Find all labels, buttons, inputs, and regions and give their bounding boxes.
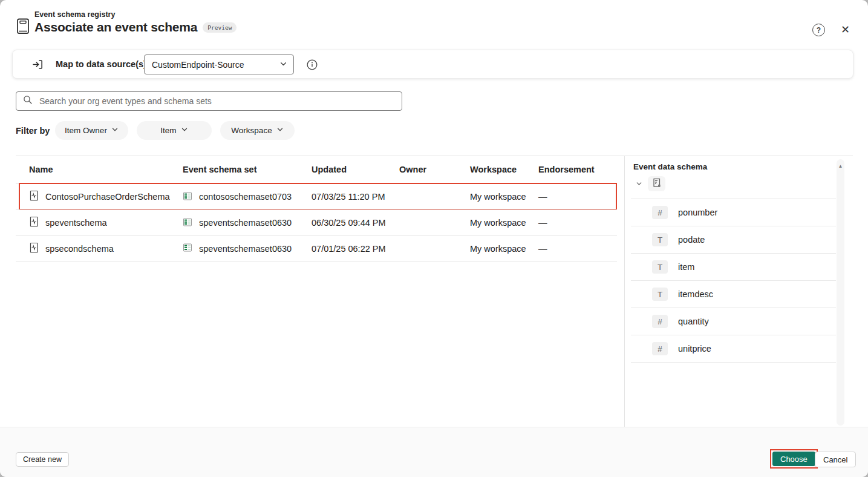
schema-table: Name Event schema set Updated Owner Work… [16,156,617,262]
create-new-button[interactable]: Create new [16,452,69,467]
help-icon[interactable]: ? [812,24,825,36]
field-type-icon: # [652,315,668,328]
chevron-down-icon [279,59,287,70]
filter-chip[interactable]: Workspace [220,121,295,140]
workspace-value: My workspace [470,218,538,228]
filter-chip-label: Item [160,126,176,135]
schema-field-row[interactable]: T itemdesc [631,281,836,308]
map-datasource-card: Map to data source(s)* CustomEndpoint-So… [12,50,853,79]
associate-event-schema-dialog: Event schema registry Associate an event… [0,0,868,477]
chevron-down-icon [181,126,188,135]
schema-document-node[interactable] [648,176,665,191]
filter-chip[interactable]: Item Owner [55,121,128,140]
field-type-icon: T [652,233,668,246]
event-schema-icon [29,242,39,255]
endorsement-value: — [538,244,617,254]
schema-set-name: speventschemaset0630 [199,244,292,254]
field-name: podate [678,235,705,245]
choose-button[interactable]: Choose [772,452,815,466]
table-row[interactable]: ContosoPurchaseOrderSchema [16,183,617,209]
field-name: quantity [678,317,709,326]
table-row[interactable]: speventschema speve [16,209,617,235]
dialog-footer: Create new Choose Cancel [0,427,868,477]
field-name: unitprice [678,344,711,354]
endorsement-value: — [538,218,617,228]
column-header-updated: Updated [312,165,399,174]
chevron-down-icon [276,126,284,135]
column-header-schema-set: Event schema set [183,165,312,174]
schema-field-list: # ponumber T podate T item T itemdesc # … [631,199,836,363]
schema-set-icon [183,191,192,203]
field-type-icon: # [652,342,668,355]
table-row[interactable]: spsecondschema spev [16,235,617,262]
schema-set-icon [183,243,192,254]
close-icon[interactable]: ✕ [837,22,853,36]
datasource-selected-value: CustomEndpoint-Source [152,60,279,70]
schema-field-row[interactable]: # unitprice [631,335,836,363]
schema-field-row[interactable]: # quantity [631,308,836,335]
filter-chip-label: Item Owner [65,126,107,135]
page-title: Associate an event schema [34,20,197,35]
workspace-value: My workspace [470,192,538,202]
info-icon[interactable] [307,59,318,72]
schema-set-name: speventschemaset0630 [199,218,292,228]
map-arrow-icon [31,58,44,73]
preview-badge: Preview [203,22,237,33]
datasource-dropdown[interactable]: CustomEndpoint-Source [144,54,294,74]
field-name: item [678,262,694,272]
field-type-icon: T [652,260,668,274]
field-type-icon: T [652,288,668,301]
filter-chip[interactable]: Item [137,121,212,140]
search-box [16,91,402,111]
choose-annotation-box: Choose [770,449,818,469]
document-icon [653,178,661,190]
field-type-icon: # [652,206,668,219]
table-header: Name Event schema set Updated Owner Work… [16,156,617,183]
scrollbar[interactable]: ▲ [837,159,844,426]
chevron-down-icon[interactable] [636,179,642,189]
column-header-owner: Owner [399,165,470,174]
schema-field-row[interactable]: T item [631,254,836,281]
workspace-value: My workspace [470,244,538,254]
panel-divider [624,156,625,427]
chevron-down-icon [111,126,119,135]
scroll-up-icon[interactable]: ▲ [837,159,844,169]
event-schema-icon [29,190,39,203]
dialog-eyebrow: Event schema registry [34,10,115,19]
updated-value: 07/01/25 06:22 PM [312,244,399,254]
filter-chips: Item Owner Item Workspace [55,121,295,140]
event-data-schema-title: Event data schema [633,162,707,171]
schema-name: ContosoPurchaseOrderSchema [45,192,170,202]
schema-name: spsecondschema [45,244,114,254]
column-header-name: Name [29,165,183,174]
schema-set-icon [183,217,192,229]
search-icon [23,95,33,107]
map-datasource-label: Map to data source(s)* [56,59,152,69]
column-header-workspace: Workspace [470,165,538,174]
updated-value: 07/03/25 11:20 PM [312,192,399,202]
schema-field-row[interactable]: T podate [631,226,836,254]
endorsement-value: — [538,192,617,202]
schema-set-name: contososchemaset0703 [199,192,292,202]
map-datasource-label-text: Map to data source(s) [56,59,146,69]
field-name: ponumber [678,208,717,217]
search-input[interactable] [38,96,397,107]
schema-tree-root [636,176,665,191]
schema-registry-icon [16,18,30,37]
filter-chip-label: Workspace [231,126,272,135]
updated-value: 06/30/25 09:44 PM [312,218,399,228]
schema-field-row[interactable]: # ponumber [631,199,836,226]
schema-name: speventschema [45,218,107,228]
event-schema-icon [29,216,39,229]
filter-by-label: Filter by [16,126,50,136]
field-name: itemdesc [678,289,713,299]
cancel-button[interactable]: Cancel [815,452,856,467]
column-header-endorsement: Endorsement [538,165,617,174]
